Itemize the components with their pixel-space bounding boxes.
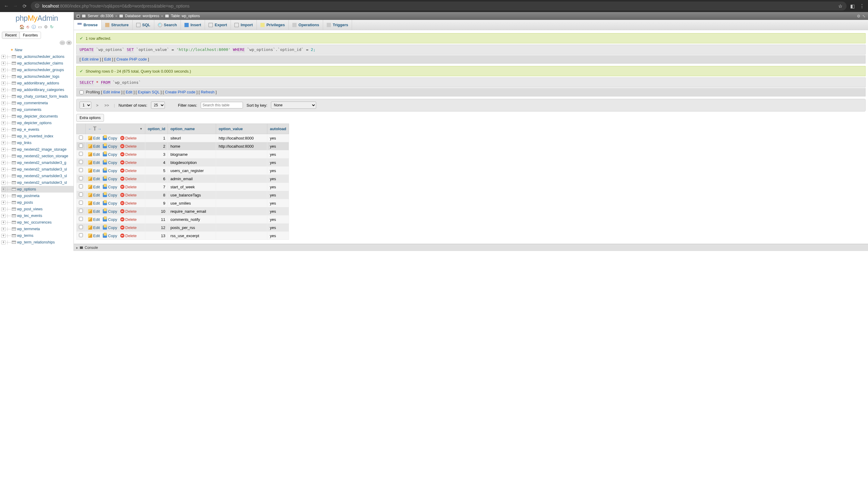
menu-icon[interactable]: ⋮	[860, 3, 865, 9]
tree-table[interactable]: +┼─wp_nextend2_smartslider3_sl	[1, 179, 74, 186]
tab-browse[interactable]: Browse	[74, 20, 102, 30]
next-page-button[interactable]: >	[95, 103, 100, 107]
tree-table[interactable]: +┼─wp_addonlibrary_categories	[1, 86, 74, 93]
tab-insert[interactable]: Insert	[181, 20, 205, 30]
expand-icon[interactable]: +	[1, 148, 6, 151]
expand-icon[interactable]: +	[1, 227, 6, 231]
expand-icon[interactable]: +	[1, 207, 6, 211]
settings-icon[interactable]: ⚙	[43, 24, 48, 29]
page-select[interactable]: 1	[80, 102, 91, 109]
profiling-checkbox[interactable]	[80, 91, 83, 94]
create-php-link[interactable]: Create PHP code	[165, 90, 195, 94]
expand-icon[interactable]: +	[1, 101, 6, 105]
expand-icon[interactable]: +	[1, 174, 6, 178]
tree-table[interactable]: +┼─wp_postmeta	[1, 192, 74, 199]
tree-table[interactable]: +┼─wp_termmeta	[1, 226, 74, 232]
tab-sql[interactable]: SQL	[133, 20, 154, 30]
row-edit[interactable]: Edit	[88, 217, 100, 222]
create-php-link[interactable]: Create PHP code	[116, 57, 147, 62]
edit-inline-link[interactable]: Edit inline	[103, 90, 120, 94]
edit-link[interactable]: Edit	[104, 57, 111, 62]
tree-table[interactable]: +┼─wp_nextend2_smartslider3_sl	[1, 172, 74, 179]
shift-right-icon[interactable]: →	[97, 127, 102, 132]
tree-table[interactable]: +┼─wp_tec_events	[1, 212, 74, 219]
expand-icon[interactable]: +	[1, 154, 6, 158]
tree-table[interactable]: +┼─wp_actionscheduler_logs	[1, 73, 74, 80]
tab-favorites[interactable]: Favorites	[20, 32, 41, 39]
home-icon[interactable]: 🏠	[19, 24, 24, 29]
tree-table[interactable]: +┼─wp_options	[1, 186, 74, 192]
bc-server[interactable]: Server: db:3306	[88, 14, 113, 18]
bc-table[interactable]: Table: wp_options	[171, 14, 200, 18]
row-delete[interactable]: Delete	[120, 201, 137, 206]
refresh-link[interactable]: Refresh	[201, 90, 215, 94]
expand-icon[interactable]: +	[1, 88, 6, 92]
tree-table[interactable]: +┼─wp_posts	[1, 199, 74, 206]
tab-search[interactable]: Search	[154, 20, 181, 30]
th-option-name[interactable]: option_name	[168, 124, 216, 134]
expand-icon[interactable]: +	[1, 115, 6, 118]
tab-triggers[interactable]: Triggers	[323, 20, 352, 30]
back-icon[interactable]: ←	[3, 3, 9, 9]
row-checkbox[interactable]	[79, 225, 83, 229]
expand-icon[interactable]: +	[1, 68, 6, 72]
expand-icon[interactable]: +	[1, 121, 6, 125]
filter-input[interactable]	[201, 102, 243, 108]
tree-table[interactable]: +┼─wp_actionscheduler_claims	[1, 60, 74, 66]
nav-collapse-icon[interactable]: ◄	[76, 14, 80, 18]
row-edit[interactable]: Edit	[88, 177, 100, 181]
expand-icon[interactable]: +	[1, 81, 6, 85]
row-delete[interactable]: Delete	[120, 193, 137, 197]
row-copy[interactable]: Copy	[103, 152, 117, 157]
tree-table[interactable]: +┼─wp_depicter_documents	[1, 113, 74, 119]
row-copy[interactable]: Copy	[103, 193, 117, 197]
tree-table[interactable]: +┼─wp_nextend2_smartslider3_g	[1, 159, 74, 166]
row-edit[interactable]: Edit	[88, 160, 100, 165]
sort-select[interactable]: None	[271, 102, 316, 109]
reload-tree-icon[interactable]: ↻	[50, 24, 54, 29]
tree-table[interactable]: +┼─wp_comments	[1, 106, 74, 113]
site-info-icon[interactable]: ⓘ	[35, 3, 39, 9]
expand-icon[interactable]: +	[1, 128, 6, 132]
row-copy[interactable]: Copy	[103, 209, 117, 213]
tree-table[interactable]: +┼─wp_addonlibrary_addons	[1, 80, 74, 86]
row-edit[interactable]: Edit	[88, 136, 100, 140]
th-autoload[interactable]: autoload	[267, 124, 289, 134]
expand-icon[interactable]: +	[1, 201, 6, 205]
row-edit[interactable]: Edit	[88, 144, 100, 148]
tree-table[interactable]: +┼─wp_nextend2_smartslider3_sl	[1, 166, 74, 172]
expand-icon[interactable]: +	[1, 75, 6, 79]
row-checkbox[interactable]	[79, 192, 83, 197]
th-option-value[interactable]: option_value	[216, 124, 267, 134]
rows-select[interactable]: 25	[151, 102, 165, 109]
logo[interactable]: phpMyAdmin	[0, 12, 74, 24]
logout-icon[interactable]: ⎋	[25, 24, 30, 29]
expand-icon[interactable]: +	[1, 214, 6, 218]
tree-table[interactable]: +┼─wp_terms	[1, 232, 74, 239]
row-checkbox[interactable]	[79, 168, 83, 172]
sql-icon[interactable]: ▭	[37, 24, 42, 29]
explain-link[interactable]: Explain SQL	[138, 90, 159, 94]
row-checkbox[interactable]	[79, 136, 83, 139]
extensions-icon[interactable]: ◧	[850, 3, 855, 9]
tree-table[interactable]: +┼─wp_links	[1, 139, 74, 146]
page-expand-icon[interactable]: ⤡	[862, 14, 866, 18]
tree-table[interactable]: +┼─wp_commentmeta	[1, 100, 74, 106]
tree-table[interactable]: +┼─wp_actionscheduler_groups	[1, 66, 74, 73]
expand-icon[interactable]: +	[1, 161, 6, 165]
th-option-id[interactable]: option_id	[145, 124, 168, 134]
tree-table[interactable]: +┼─wp_depicter_options	[1, 119, 74, 126]
row-checkbox[interactable]	[79, 233, 83, 237]
row-checkbox[interactable]	[79, 201, 83, 205]
extra-options-button[interactable]: Extra options	[76, 114, 104, 122]
expand-icon[interactable]: +	[1, 221, 6, 224]
row-copy[interactable]: Copy	[103, 185, 117, 189]
row-delete[interactable]: Delete	[120, 217, 137, 222]
row-copy[interactable]: Copy	[103, 144, 117, 148]
tree-table[interactable]: +┼─wp_chaty_contact_form_leads	[1, 93, 74, 100]
row-delete[interactable]: Delete	[120, 136, 137, 140]
row-copy[interactable]: Copy	[103, 233, 117, 238]
row-checkbox[interactable]	[79, 160, 83, 164]
tree-new[interactable]: ✦ New	[1, 47, 74, 53]
row-copy[interactable]: Copy	[103, 136, 117, 140]
